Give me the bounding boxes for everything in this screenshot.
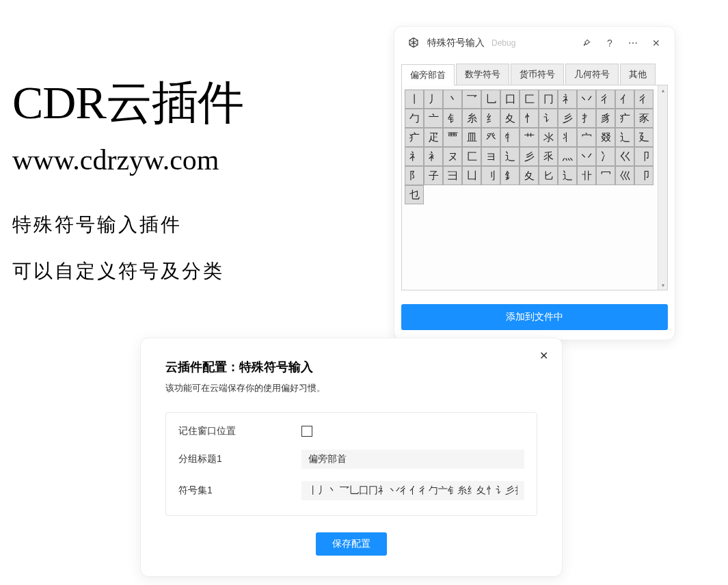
symbol-cell[interactable]: 讠 bbox=[539, 109, 558, 128]
symbol-cell[interactable]: 丷 bbox=[577, 147, 596, 166]
config-title: 云插件配置：特殊符号输入 bbox=[165, 359, 537, 375]
symbol-cell[interactable]: 丶 bbox=[443, 90, 462, 109]
symbol-cell[interactable]: 疒 bbox=[615, 109, 634, 128]
symbol-cell[interactable]: 皿 bbox=[462, 128, 481, 147]
window-title: 特殊符号输入 bbox=[427, 37, 485, 49]
symbol-cell[interactable]: 亻 bbox=[615, 90, 634, 109]
symbol-cell[interactable]: 辶 bbox=[615, 128, 634, 147]
symbol-set-input[interactable] bbox=[301, 481, 524, 500]
symbol-cell[interactable]: 叕 bbox=[596, 128, 615, 147]
tab-other[interactable]: 其他 bbox=[620, 64, 656, 85]
symbol-cell[interactable]: 亠 bbox=[424, 109, 443, 128]
symbol-cell[interactable]: 癶 bbox=[481, 128, 500, 147]
symbol-cell[interactable]: 乜 bbox=[405, 185, 424, 204]
add-to-file-button[interactable]: 添加到文件中 bbox=[401, 304, 668, 330]
symbol-cell[interactable]: 卩 bbox=[634, 166, 653, 185]
symbol-cell[interactable]: 乛 bbox=[462, 90, 481, 109]
symbol-cell[interactable]: 匚 bbox=[462, 147, 481, 166]
group-title-input[interactable] bbox=[301, 450, 524, 469]
symbol-cell[interactable]: 冂 bbox=[539, 90, 558, 109]
symbol-grid: 丨丿丶乛乚囗匚冂礻丷彳亻彳勹亠钅糸纟夊忄讠彡扌豸疒豕疒疋覀皿癶牜艹氺丬宀叕辶廴礻… bbox=[402, 85, 658, 290]
symbol-cell[interactable]: 辶 bbox=[500, 147, 520, 166]
symbol-cell[interactable]: 钅 bbox=[443, 109, 462, 128]
symbol-cell[interactable]: 牜 bbox=[500, 128, 520, 147]
symbol-cell[interactable]: 卝 bbox=[577, 166, 596, 185]
promo-title: CDR云插件 bbox=[12, 72, 243, 134]
symbol-cell[interactable]: 阝 bbox=[405, 166, 424, 185]
symbol-cell[interactable]: 彡 bbox=[558, 109, 577, 128]
symbol-cell[interactable]: 冫 bbox=[596, 147, 615, 166]
symbol-cell[interactable]: 疋 bbox=[424, 128, 443, 147]
help-icon[interactable]: ? bbox=[604, 37, 616, 49]
scrollbar[interactable]: ▴ ▾ bbox=[658, 85, 667, 290]
save-config-button[interactable]: 保存配置 bbox=[316, 532, 387, 556]
symbol-cell[interactable]: 疒 bbox=[405, 128, 424, 147]
symbol-cell[interactable]: 扌 bbox=[577, 109, 596, 128]
more-icon[interactable]: ⋯ bbox=[627, 37, 639, 49]
symbol-cell[interactable]: 冖 bbox=[596, 166, 615, 185]
symbol-row: 乜 bbox=[405, 185, 655, 204]
symbol-cell[interactable]: 彐 bbox=[443, 166, 462, 185]
promo-url: www.cdrzyw.com bbox=[12, 144, 219, 176]
scroll-down-icon[interactable]: ▾ bbox=[658, 280, 667, 290]
symbol-cell[interactable]: 丨 bbox=[405, 90, 424, 109]
scroll-up-icon[interactable]: ▴ bbox=[658, 85, 667, 95]
tab-math[interactable]: 数学符号 bbox=[456, 64, 509, 85]
symbol-cell[interactable]: 氺 bbox=[539, 128, 558, 147]
symbol-cell[interactable]: 丷 bbox=[577, 90, 596, 109]
label-symbol-set: 符号集1 bbox=[178, 485, 301, 497]
symbol-cell[interactable]: 丿 bbox=[424, 90, 443, 109]
symbol-cell[interactable]: 宀 bbox=[577, 128, 596, 147]
symbol-cell[interactable]: 艹 bbox=[520, 128, 539, 147]
symbol-cell[interactable]: 巜 bbox=[615, 147, 634, 166]
symbol-cell[interactable]: 豕 bbox=[634, 109, 653, 128]
symbol-cell[interactable]: 乑 bbox=[539, 147, 558, 166]
symbol-cell[interactable]: 忄 bbox=[520, 109, 539, 128]
symbol-cell[interactable]: 糸 bbox=[462, 109, 481, 128]
close-icon[interactable]: ✕ bbox=[539, 349, 548, 362]
symbol-cell[interactable]: 子 bbox=[424, 166, 443, 185]
symbol-cell[interactable]: 釒 bbox=[500, 166, 520, 185]
promo-description-1: 特殊符号输入插件 bbox=[12, 212, 182, 238]
symbol-cell[interactable]: 辶 bbox=[558, 166, 577, 185]
label-remember-window: 记住窗口位置 bbox=[178, 425, 301, 437]
symbol-cell[interactable]: ヨ bbox=[481, 147, 500, 166]
symbol-cell[interactable]: 覀 bbox=[443, 128, 462, 147]
symbol-cell[interactable]: 囗 bbox=[500, 90, 520, 109]
label-group-title: 分组标题1 bbox=[178, 453, 301, 465]
symbol-cell[interactable]: 灬 bbox=[558, 147, 577, 166]
tab-geometry[interactable]: 几何符号 bbox=[565, 64, 619, 85]
symbol-cell[interactable]: 廴 bbox=[634, 128, 653, 147]
symbol-cell[interactable]: 礻 bbox=[405, 147, 424, 166]
symbol-cell[interactable]: 勹 bbox=[405, 109, 424, 128]
tab-radicals[interactable]: 偏旁部首 bbox=[401, 64, 455, 85]
symbol-row: 阝子彐凵刂釒夊匕辶卝冖巛卩 bbox=[405, 166, 655, 185]
symbol-cell[interactable]: 丬 bbox=[558, 128, 577, 147]
symbol-cell[interactable]: 纟 bbox=[481, 109, 500, 128]
symbol-cell[interactable]: 夊 bbox=[500, 109, 520, 128]
remember-window-checkbox[interactable] bbox=[301, 426, 312, 437]
symbol-cell[interactable]: 彳 bbox=[634, 90, 653, 109]
symbol-cell[interactable]: 巛 bbox=[615, 166, 634, 185]
symbol-cell[interactable]: 匕 bbox=[539, 166, 558, 185]
promo-description-2: 可以自定义符号及分类 bbox=[12, 258, 224, 284]
symbol-cell[interactable]: 彡 bbox=[520, 147, 539, 166]
symbol-cell[interactable]: ヌ bbox=[443, 147, 462, 166]
symbol-cell[interactable]: 匚 bbox=[520, 90, 539, 109]
pin-icon[interactable] bbox=[580, 37, 593, 49]
symbol-row: 勹亠钅糸纟夊忄讠彡扌豸疒豕 bbox=[405, 109, 655, 128]
symbol-cell[interactable]: 衤 bbox=[424, 147, 443, 166]
symbol-cell[interactable]: 凵 bbox=[462, 166, 481, 185]
symbol-cell[interactable]: 夊 bbox=[520, 166, 539, 185]
symbol-cell[interactable]: 礻 bbox=[558, 90, 577, 109]
symbol-cell[interactable]: 彳 bbox=[596, 90, 615, 109]
config-form: 记住窗口位置 分组标题1 符号集1 bbox=[165, 412, 537, 516]
tab-currency[interactable]: 货币符号 bbox=[511, 64, 564, 85]
symbol-cell[interactable]: 刂 bbox=[481, 166, 500, 185]
symbol-cell[interactable]: 豸 bbox=[596, 109, 615, 128]
debug-label: Debug bbox=[491, 38, 515, 48]
symbol-row: 礻衤ヌ匚ヨ辶彡乑灬丷冫巜卩 bbox=[405, 147, 655, 166]
close-icon[interactable]: ✕ bbox=[650, 37, 662, 49]
symbol-cell[interactable]: 乚 bbox=[481, 90, 500, 109]
symbol-cell[interactable]: 卩 bbox=[634, 147, 653, 166]
